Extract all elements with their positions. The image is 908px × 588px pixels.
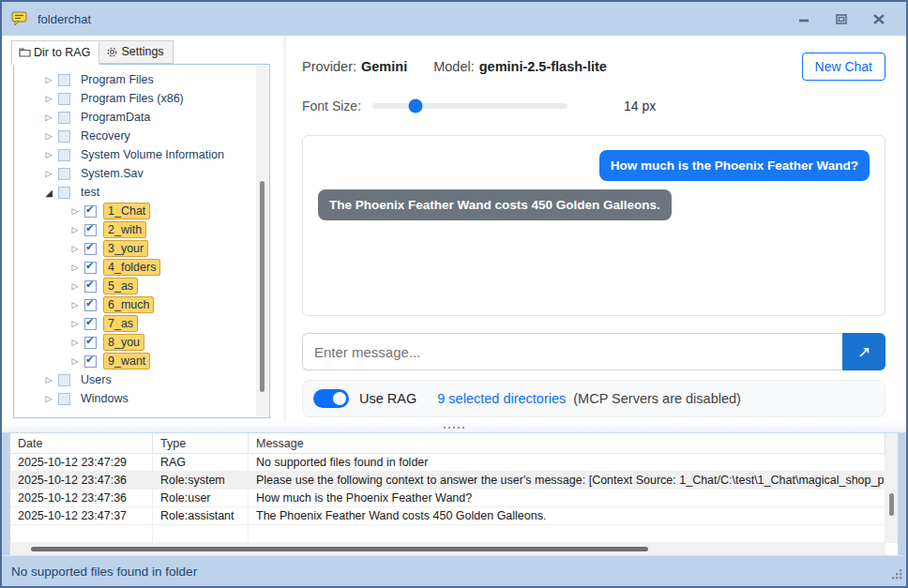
log-vscrollbar-thumb[interactable] (889, 493, 894, 516)
tree-item[interactable]: ▷Windows (14, 389, 269, 408)
checkmark-icon: ✔ (85, 204, 94, 216)
message-input-row: ↗ (302, 333, 885, 370)
tree-checkbox[interactable]: ✔ (84, 355, 97, 368)
minimize-icon[interactable] (792, 9, 816, 28)
tree-checkbox[interactable]: ✔ (84, 337, 97, 349)
tree-item[interactable]: ▷✔3_your (14, 239, 269, 258)
expand-icon[interactable]: ▷ (68, 338, 82, 347)
new-chat-button[interactable]: New Chat (802, 53, 885, 81)
font-size-slider[interactable] (372, 103, 568, 109)
tree-item[interactable]: ▷System.Sav (14, 164, 269, 183)
tree-item-label: ProgramData (77, 110, 154, 125)
rag-options-row: Use RAG 9 selected directories (MCP Serv… (302, 380, 885, 417)
use-rag-toggle[interactable] (313, 389, 349, 408)
column-header-message[interactable]: Message (249, 433, 885, 453)
tree-item[interactable]: ▷✔9_want (14, 352, 269, 370)
tree-checkbox[interactable] (58, 112, 70, 124)
log-cell-type: Role:system (153, 472, 249, 489)
tree-item[interactable]: ▷✔5_as (14, 277, 269, 295)
slider-thumb[interactable] (408, 99, 422, 113)
directory-tree: ▷Program Files▷Program Files (x86)▷Progr… (13, 64, 270, 418)
expand-icon[interactable]: ▷ (42, 394, 55, 403)
tree-checkbox[interactable] (58, 187, 70, 199)
tree-item[interactable]: ▷Users (14, 370, 269, 389)
status-bar: No supported files found in folder (2, 555, 906, 586)
log-cell-type: Role:assistant (153, 507, 249, 524)
expand-icon[interactable]: ▷ (42, 131, 55, 141)
tree-item[interactable]: ▷System Volume Information (14, 145, 269, 164)
tree-item[interactable]: ▷ProgramData (14, 108, 269, 127)
tree-scrollbar-thumb[interactable] (260, 181, 265, 391)
tree-item[interactable]: ▷✔1_Chat (14, 202, 269, 220)
checkmark-icon: ✔ (85, 335, 94, 347)
expand-icon[interactable]: ▷ (42, 150, 55, 159)
expand-icon[interactable]: ▷ (42, 94, 55, 103)
log-cell-date: 2025-10-12 23:47:29 (10, 454, 153, 471)
log-horizontal-scrollbar[interactable] (10, 543, 885, 555)
tree-checkbox[interactable] (58, 168, 70, 180)
expand-icon[interactable]: ▷ (42, 75, 55, 84)
tree-checkbox[interactable]: ✔ (84, 262, 97, 274)
tree-list: ▷Program Files▷Program Files (x86)▷Progr… (14, 65, 269, 408)
column-header-type[interactable]: Type (153, 433, 249, 453)
tab-settings[interactable]: Settings (99, 40, 173, 64)
model-value: gemini-2.5-flash-lite (479, 59, 607, 74)
tree-checkbox[interactable]: ✔ (84, 299, 97, 311)
tree-item[interactable]: ◢test (14, 183, 269, 202)
collapse-icon[interactable]: ◢ (42, 188, 55, 198)
tab-dir-to-rag[interactable]: Dir to RAG (11, 40, 99, 65)
log-hscrollbar-thumb[interactable] (31, 547, 648, 551)
log-vertical-scrollbar[interactable] (885, 433, 898, 543)
expand-icon[interactable]: ▷ (42, 169, 55, 178)
expand-icon[interactable]: ▷ (68, 244, 82, 253)
expand-icon[interactable]: ▷ (42, 113, 55, 122)
tree-item[interactable]: ▷✔2_with (14, 220, 269, 239)
log-cell-date: 2025-10-12 23:47:36 (10, 490, 153, 506)
tree-item[interactable]: ▷✔6_much (14, 295, 269, 314)
expand-icon[interactable]: ▷ (68, 356, 82, 366)
column-header-date[interactable]: Date (10, 433, 153, 453)
message-input[interactable] (302, 333, 842, 370)
log-row[interactable]: 2025-10-12 23:47:36Role:systemPlease use… (10, 472, 885, 490)
tree-item[interactable]: ▷✔8_you (14, 333, 269, 352)
tree-checkbox[interactable] (58, 393, 70, 405)
close-icon[interactable] (867, 9, 891, 28)
tree-checkbox[interactable] (58, 374, 70, 386)
expand-icon[interactable]: ▷ (68, 300, 82, 309)
tree-checkbox[interactable]: ✔ (84, 243, 97, 255)
tree-checkbox[interactable]: ✔ (84, 318, 97, 330)
log-row[interactable]: 2025-10-12 23:47:29RAGNo supported files… (10, 454, 885, 472)
expand-icon[interactable]: ▷ (68, 225, 82, 234)
tree-item[interactable]: ▷Program Files (x86) (14, 89, 269, 108)
chat-header: Provider: Gemini Model: gemini-2.5-flash… (302, 53, 885, 81)
expand-icon[interactable]: ▷ (42, 375, 55, 384)
tree-item[interactable]: ▷✔7_as (14, 314, 269, 333)
tree-checkbox[interactable]: ✔ (84, 224, 97, 236)
tree-item[interactable]: ▷Recovery (14, 127, 269, 145)
expand-icon[interactable]: ▷ (68, 206, 82, 216)
checkmark-icon: ✔ (85, 241, 94, 253)
expand-icon[interactable]: ▷ (68, 281, 82, 291)
tree-checkbox[interactable] (58, 130, 70, 143)
left-pane: Dir to RAG Settings ▷Program Files▷Progr… (2, 36, 283, 422)
expand-icon[interactable]: ▷ (68, 319, 82, 328)
resize-grip-icon[interactable] (892, 568, 902, 582)
tree-vertical-scrollbar[interactable] (256, 66, 268, 416)
expand-icon[interactable]: ▷ (68, 263, 82, 272)
tree-checkbox[interactable] (58, 93, 70, 105)
send-button[interactable]: ↗ (842, 333, 885, 370)
app-chat-bubble-icon (11, 11, 30, 26)
log-row[interactable]: 2025-10-12 23:47:37Role:assistantThe Pho… (10, 507, 885, 525)
tree-checkbox[interactable] (58, 74, 70, 86)
tree-item-label: test (77, 185, 103, 200)
selected-directories-link[interactable]: 9 selected directories (437, 391, 566, 406)
log-splitter-handle[interactable] (2, 422, 906, 433)
tree-checkbox[interactable]: ✔ (84, 205, 97, 218)
tree-checkbox[interactable]: ✔ (84, 280, 97, 293)
log-cell-msg: How much is the Phoenix Feather Wand? (249, 490, 885, 506)
maximize-icon[interactable] (829, 9, 854, 28)
log-row[interactable]: 2025-10-12 23:47:36Role:userHow much is … (10, 490, 885, 507)
tree-item[interactable]: ▷✔4_folders (14, 258, 269, 277)
tree-checkbox[interactable] (58, 149, 70, 161)
tree-item[interactable]: ▷Program Files (14, 70, 269, 89)
